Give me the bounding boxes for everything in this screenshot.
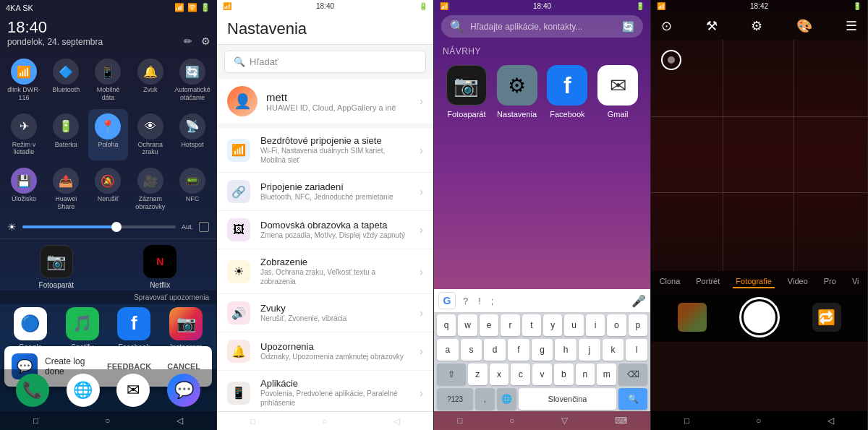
key-d[interactable]: d <box>484 339 506 361</box>
key-f[interactable]: f <box>508 339 529 361</box>
key-123[interactable]: ?123 <box>437 388 473 410</box>
key-c[interactable]: c <box>511 364 530 385</box>
refresh-icon[interactable]: 🔄 <box>622 21 634 33</box>
quick-nfc[interactable]: 📟 NFC <box>173 163 212 215</box>
settings-icon[interactable]: ⚙ <box>201 35 210 47</box>
nav-home-4[interactable]: ○ <box>756 416 761 426</box>
mode-video[interactable]: Video <box>785 275 811 288</box>
key-globe[interactable]: 🌐 <box>497 388 516 410</box>
quick-record[interactable]: 🎥 Záznam obrazovky <box>131 163 170 215</box>
quick-dnd[interactable]: 🔕 Nerušiť <box>88 163 127 215</box>
nav-recents[interactable]: □ <box>33 416 38 426</box>
key-h[interactable]: h <box>555 339 576 361</box>
quick-flight[interactable]: ✈ Režim v lietadle <box>4 109 43 161</box>
camera-color-icon[interactable]: 🎨 <box>796 18 812 34</box>
camera-thumbnail[interactable] <box>678 303 707 332</box>
nav-back-2[interactable]: ◁ <box>393 416 400 426</box>
app-google[interactable]: 🔵 Google <box>12 307 49 351</box>
camera-menu-icon[interactable]: ☰ <box>846 18 857 34</box>
quick-hotspot[interactable]: 📡 Hotspot <box>173 109 212 161</box>
brightness-slider[interactable] <box>22 225 176 228</box>
settings-item-homescreen[interactable]: 🖼 Domovská obrazovka a tapeta Zmena poza… <box>217 211 433 249</box>
mode-pro[interactable]: Pro <box>821 275 839 288</box>
key-j[interactable]: j <box>579 339 600 361</box>
key-semicolon[interactable]: ; <box>488 296 497 306</box>
settings-item-devices[interactable]: 🔗 Pripojenie zariadení Bluetooth, NFC, J… <box>217 173 433 211</box>
mode-photo[interactable]: Fotografie <box>733 275 775 288</box>
app-instagram[interactable]: 📷 Instagram <box>167 307 205 351</box>
dock-phone[interactable]: 📞 <box>16 374 49 407</box>
nav-recents-4[interactable]: □ <box>684 416 689 426</box>
key-m[interactable]: m <box>597 364 616 385</box>
suggested-camera[interactable]: 📷 Fotoaparát <box>446 65 487 119</box>
camera-settings-icon[interactable]: ⚙ <box>751 18 762 34</box>
key-q[interactable]: q <box>437 314 456 336</box>
settings-item-sounds[interactable]: 🔊 Zvuky Nerušiť, Zvonenie, vibrácia › <box>217 294 433 332</box>
key-o[interactable]: o <box>607 314 626 336</box>
app-facebook[interactable]: f Facebook <box>115 307 153 351</box>
nav-home[interactable]: ○ <box>105 416 110 426</box>
nav-home-3[interactable]: ○ <box>509 416 514 426</box>
quick-bluetooth[interactable]: 🔷 Bluetooth <box>46 54 85 106</box>
edit-icon[interactable]: ✏ <box>184 35 192 47</box>
quick-eyecare[interactable]: 👁 Ochrana zraku <box>131 109 170 161</box>
key-k[interactable]: k <box>603 339 624 361</box>
settings-item-display[interactable]: ☀ Zobrazenie Jas, Ochrana zraku, Veľkosť… <box>217 249 433 294</box>
dock-messenger[interactable]: 💬 <box>167 374 200 407</box>
quick-sound[interactable]: 🔔 Zvuk <box>131 54 170 106</box>
settings-item-apps[interactable]: 📱 Aplikácie Povolenia, Predvolené apliká… <box>217 371 433 416</box>
settings-search[interactable]: 🔍 Hľadať <box>224 51 426 73</box>
nav-keyboard[interactable]: ⌨ <box>615 416 627 426</box>
app-camera[interactable]: 📷 Fotoaparát <box>38 245 75 289</box>
nav-back-4[interactable]: ◁ <box>827 416 834 426</box>
key-g[interactable]: g <box>532 339 553 361</box>
mode-portrait[interactable]: Portrét <box>693 275 723 288</box>
key-y[interactable]: y <box>543 314 562 336</box>
key-b[interactable]: b <box>554 364 574 385</box>
nav-back[interactable]: ◁ <box>176 416 183 426</box>
camera-focus-icon[interactable]: ⊙ <box>661 18 672 34</box>
quick-rotate[interactable]: 🔄 Automatické otáčanie <box>173 54 212 106</box>
search-input[interactable]: Hľadajte aplikácie, kontakty... <box>470 22 616 32</box>
settings-item-wifi[interactable]: 📶 Bezdrôtové pripojenie a siete Wi-Fi, N… <box>217 128 433 173</box>
key-e[interactable]: e <box>480 314 498 336</box>
suggested-settings[interactable]: ⚙ Nastavenia <box>497 65 537 119</box>
app-spotify[interactable]: 🎵 Spotify <box>64 307 101 351</box>
launcher-searchbar[interactable]: 🔍 Hľadajte aplikácie, kontakty... 🔄 <box>441 15 643 38</box>
key-a[interactable]: a <box>437 339 459 361</box>
dock-chrome[interactable]: 🌐 <box>67 374 100 407</box>
key-t[interactable]: t <box>522 314 541 336</box>
quick-wifi[interactable]: 📶 dlink DWR-116 <box>4 54 43 106</box>
settings-item-notifications[interactable]: 🔔 Upozornenia Odznaky, Upozornenia zamkn… <box>217 332 433 371</box>
profile-section[interactable]: 👤 mett HUAWEI ID, Cloud, AppGallery a in… <box>217 79 433 124</box>
nav-recents-2[interactable]: □ <box>250 416 255 426</box>
key-language[interactable]: Slovenčina <box>519 388 616 410</box>
suggested-gmail[interactable]: ✉ Gmail <box>597 65 638 119</box>
key-s[interactable]: s <box>461 339 482 361</box>
flip-camera-button[interactable]: 🔁 <box>812 303 841 332</box>
quick-share[interactable]: 📤 Huawei Share <box>46 163 85 215</box>
key-search[interactable]: 🔍 <box>618 388 647 410</box>
key-backspace[interactable]: ⌫ <box>618 364 647 385</box>
brightness-auto-checkbox[interactable] <box>199 222 209 232</box>
key-p[interactable]: p <box>629 314 647 336</box>
key-n[interactable]: n <box>576 364 595 385</box>
manage-notifications[interactable]: Spravovať upozornenia <box>0 291 216 304</box>
key-exclaim[interactable]: ! <box>475 296 484 306</box>
google-key-icon[interactable]: G <box>438 292 456 309</box>
mic-icon[interactable]: 🎤 <box>631 294 646 308</box>
key-v[interactable]: v <box>532 364 552 385</box>
mode-vi[interactable]: Vi <box>849 275 862 288</box>
suggested-facebook[interactable]: f Facebook <box>547 65 587 119</box>
key-question[interactable]: ? <box>460 296 471 306</box>
nav-recents-3[interactable]: □ <box>457 416 462 426</box>
key-w[interactable]: w <box>458 314 477 336</box>
mode-aperture[interactable]: Clona <box>657 275 684 288</box>
nav-back-3[interactable]: ▽ <box>561 416 568 426</box>
quick-mobiledata[interactable]: 📱 Mobilné dáta <box>88 54 127 106</box>
quick-battery[interactable]: 🔋 Baterka <box>46 109 85 161</box>
shutter-button[interactable] <box>739 297 780 337</box>
quick-location[interactable]: 📍 Poloha <box>88 109 127 161</box>
key-l[interactable]: l <box>626 339 647 361</box>
camera-tools-icon[interactable]: ⚒ <box>706 18 718 34</box>
